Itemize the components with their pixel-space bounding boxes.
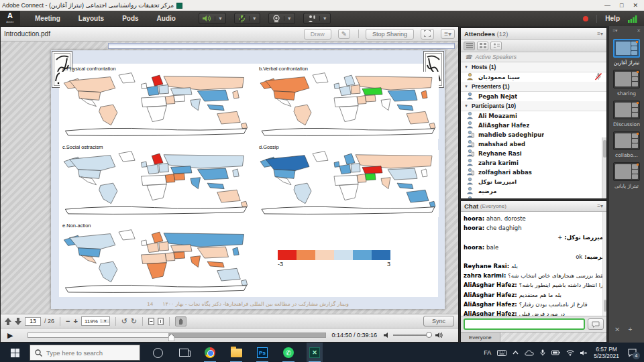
collapse-triangle-icon[interactable]: ▼ <box>464 84 468 88</box>
layouts-close-icon[interactable]: ✕ <box>637 28 641 34</box>
attendee-status-view-icon[interactable] <box>490 42 502 50</box>
zoom-out-icon[interactable]: − <box>66 318 70 325</box>
fullscreen-icon[interactable] <box>421 29 434 40</box>
raise-hand-button[interactable]: ▼ <box>303 13 331 24</box>
microphone-caret-icon[interactable]: ▼ <box>249 16 260 21</box>
send-message-icon[interactable] <box>588 318 604 330</box>
sync-button[interactable]: Sync <box>423 316 454 326</box>
battery-icon[interactable] <box>551 350 560 355</box>
speaker-muted-icon[interactable] <box>580 350 588 356</box>
group-header-1[interactable]: ▼Presenters (1) <box>461 82 606 92</box>
volume-mute-icon[interactable] <box>384 332 390 339</box>
pen-icon[interactable]: ✎ <box>338 29 350 39</box>
page-down-icon[interactable] <box>15 318 21 325</box>
microphone-tray-icon[interactable] <box>540 349 545 356</box>
attendee-list-view-icon[interactable] <box>464 42 475 50</box>
stop-sharing-button[interactable]: Stop Sharing <box>366 29 414 40</box>
delete-layout-icon[interactable]: ✕ <box>614 326 620 333</box>
task-view-button[interactable] <box>176 343 192 362</box>
wifi-icon[interactable] <box>566 350 574 356</box>
volume-knob[interactable] <box>426 332 432 338</box>
attendee-row[interactable]: سینا محمودیان <box>461 72 606 82</box>
menu-item-pods[interactable]: Pods <box>122 15 138 22</box>
chevron-up-icon[interactable] <box>513 351 519 355</box>
draw-button[interactable]: Draw <box>304 29 331 40</box>
page-up-icon[interactable] <box>5 318 11 325</box>
rotate-right-icon[interactable]: ↻ <box>131 318 137 325</box>
close-button[interactable]: ✕ <box>633 2 638 9</box>
layout-thumb-2[interactable]: Discussion <box>613 101 640 127</box>
pan-tool-icon[interactable] <box>175 316 186 326</box>
fit-width-icon[interactable] <box>158 318 164 325</box>
layouts-options-icon[interactable]: ≡▾ <box>612 28 618 34</box>
attendee-row[interactable]: Ali Moazami <box>461 111 606 121</box>
help-menu[interactable]: Help <box>605 15 620 22</box>
pod-options-icon[interactable]: ≡▾ <box>441 29 455 39</box>
photoshop-button[interactable]: Ps <box>254 343 270 362</box>
attendee-row[interactable]: Reyhane Rasi <box>461 149 606 158</box>
fit-page-icon[interactable] <box>148 318 154 325</box>
file-explorer-button[interactable] <box>228 343 244 362</box>
page-number-input[interactable] <box>25 317 41 326</box>
layout-thumb-0[interactable]: تیتراژ آغازین <box>613 39 640 66</box>
play-icon[interactable]: ▶ <box>7 331 13 340</box>
zoom-level-select[interactable]: 119%▼ <box>81 316 110 326</box>
action-center-button[interactable]: 4 <box>625 346 639 359</box>
attendee-row[interactable]: مرضیه <box>461 186 606 196</box>
collapse-triangle-icon[interactable]: ▼ <box>464 104 468 108</box>
chat-input[interactable] <box>464 318 585 330</box>
seek-bar[interactable] <box>28 333 326 338</box>
raise-hand-caret-icon[interactable]: ▼ <box>319 16 330 21</box>
menu-item-meeting[interactable]: Meeting <box>35 15 60 22</box>
microphone-button[interactable]: ▼ <box>234 13 260 24</box>
chat-options-icon[interactable]: ≡▾ <box>597 203 603 209</box>
menu-item-audio[interactable]: Audio <box>157 15 176 22</box>
attendees-options-icon[interactable]: ≡▾ <box>597 31 603 37</box>
adobe-connect-button[interactable]: ✕ <box>307 343 323 362</box>
menu-item-layouts[interactable]: Layouts <box>78 15 104 22</box>
volume-max-icon[interactable] <box>435 332 443 339</box>
onedrive-cloud-icon[interactable] <box>525 350 534 356</box>
speaker-button[interactable]: ▼ <box>199 13 226 24</box>
rotate-left-icon[interactable]: ↺ <box>121 318 127 325</box>
start-button[interactable] <box>0 343 30 362</box>
search-input[interactable] <box>46 349 127 357</box>
webcam-button[interactable]: ▼ <box>268 13 295 24</box>
attendee-row[interactable]: AliAsghar Hafez <box>461 121 606 130</box>
group-header-0[interactable]: ▼Hosts (1) <box>461 62 606 72</box>
attendee-row[interactable]: Pegah Nejat <box>461 92 606 101</box>
language-indicator[interactable]: FA <box>484 349 491 356</box>
minimize-button[interactable]: — <box>604 2 610 9</box>
whatsapp-button[interactable]: ✆ <box>280 343 297 362</box>
clock[interactable]: 6:57 PM 5/23/2021 <box>594 346 619 359</box>
volume-slider[interactable] <box>393 335 432 336</box>
zoom-caret-icon[interactable]: ▼ <box>101 319 109 323</box>
attendee-row[interactable]: امیررضا توکل <box>461 177 606 186</box>
attendee-row[interactable]: mahdieb sadeghipur <box>461 130 606 139</box>
chrome-button[interactable] <box>202 343 218 362</box>
group-header-2[interactable]: ▼Participants (10) <box>461 101 606 111</box>
seek-marker[interactable] <box>168 332 174 344</box>
layout-thumb-3[interactable]: collabo... <box>613 131 640 158</box>
layout-thumb-4[interactable]: تیتراژ پایانی <box>613 162 640 189</box>
cortana-button[interactable] <box>150 343 166 362</box>
attendee-grid-view-icon[interactable] <box>477 42 488 50</box>
chat-messages[interactable]: hoora: ahan. dorostehoora: che daghighام… <box>461 212 606 316</box>
collapse-triangle-icon[interactable]: ▼ <box>464 65 468 69</box>
attendee-row[interactable]: zahra karimi <box>461 158 606 168</box>
speaker-caret-icon[interactable]: ▼ <box>215 16 225 21</box>
maximize-button[interactable]: □ <box>620 2 623 9</box>
attendees-scrollbar[interactable] <box>602 137 606 198</box>
attendee-row[interactable]: mahshad abed <box>461 139 606 149</box>
add-layout-icon[interactable]: + <box>628 326 632 333</box>
document-viewport[interactable]: a.Physical confrontationb.Verbal confron… <box>1 42 458 314</box>
taskbar-search[interactable] <box>30 345 140 361</box>
chat-scrollbar[interactable] <box>602 212 606 316</box>
attendee-row[interactable] <box>461 196 606 198</box>
chat-tab-everyone[interactable]: Everyone <box>461 333 500 342</box>
webcam-caret-icon[interactable]: ▼ <box>284 16 294 21</box>
layout-thumb-1[interactable]: sharing <box>613 70 640 97</box>
keyboard-icon[interactable] <box>497 350 506 356</box>
zoom-in-icon[interactable]: + <box>73 318 77 325</box>
attendee-row[interactable]: zolfaghari abbas <box>461 168 606 177</box>
